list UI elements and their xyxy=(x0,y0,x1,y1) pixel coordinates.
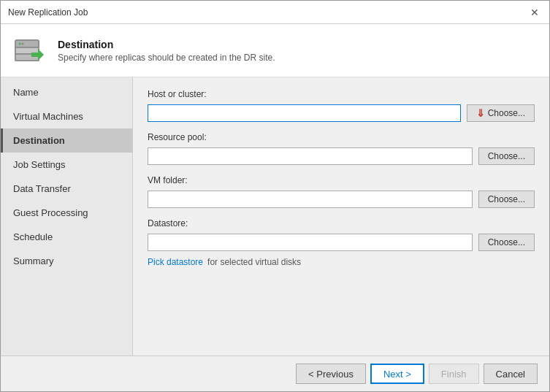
cancel-button[interactable]: Cancel xyxy=(484,364,538,384)
pick-datastore-row: Pick datastore for selected virtual disk… xyxy=(148,257,535,267)
svg-point-4 xyxy=(19,43,21,45)
sidebar-item-summary[interactable]: Summary xyxy=(1,249,132,273)
svg-marker-6 xyxy=(38,49,44,61)
datastore-choose-button[interactable]: Choose... xyxy=(478,234,535,251)
host-cluster-row: ⇓ Choose... xyxy=(148,104,535,122)
header-section: Destination Specify where replicas shoul… xyxy=(1,24,549,77)
pick-datastore-link[interactable]: Pick datastore xyxy=(148,257,203,267)
vm-folder-group: VM folder: Choose... xyxy=(148,175,535,208)
dialog-window: New Replication Job ✕ Destination Speci xyxy=(0,0,550,392)
title-bar: New Replication Job ✕ xyxy=(1,1,549,24)
host-cluster-group: Host or cluster: ⇓ Choose... xyxy=(148,89,535,122)
header-icon xyxy=(12,33,47,68)
host-cluster-label: Host or cluster: xyxy=(148,89,535,99)
vm-folder-label: VM folder: xyxy=(148,175,535,185)
sidebar-item-name[interactable]: Name xyxy=(1,80,132,104)
resource-pool-input[interactable] xyxy=(148,147,473,165)
datastore-input[interactable] xyxy=(148,234,473,251)
content-area: Host or cluster: ⇓ Choose... Resource po… xyxy=(133,77,549,356)
arrow-down-icon: ⇓ xyxy=(476,107,485,119)
dialog-title: New Replication Job xyxy=(8,7,88,18)
host-cluster-choose-button[interactable]: ⇓ Choose... xyxy=(467,104,535,122)
sidebar-item-data-transfer[interactable]: Data Transfer xyxy=(1,177,132,201)
next-button[interactable]: Next > xyxy=(370,364,424,384)
vm-folder-choose-button[interactable]: Choose... xyxy=(478,191,535,208)
footer: < Previous Next > Finish Cancel xyxy=(1,356,549,391)
sidebar-item-destination[interactable]: Destination xyxy=(1,128,132,153)
pick-datastore-desc: for selected virtual disks xyxy=(207,257,301,267)
svg-point-5 xyxy=(22,43,24,45)
host-cluster-input[interactable] xyxy=(148,104,461,122)
sidebar: Name Virtual Machines Destination Job Se… xyxy=(1,77,133,356)
previous-button[interactable]: < Previous xyxy=(296,364,366,384)
header-title: Destination xyxy=(58,39,275,50)
sidebar-item-schedule[interactable]: Schedule xyxy=(1,225,132,249)
finish-button[interactable]: Finish xyxy=(429,364,479,384)
datastore-row: Choose... xyxy=(148,234,535,251)
datastore-group: Datastore: Choose... Pick datastore for … xyxy=(148,218,535,267)
resource-pool-choose-button[interactable]: Choose... xyxy=(478,147,535,165)
header-subtitle: Specify where replicas should be created… xyxy=(58,53,275,63)
main-content: Name Virtual Machines Destination Job Se… xyxy=(1,77,549,356)
vm-folder-row: Choose... xyxy=(148,191,535,208)
header-text: Destination Specify where replicas shoul… xyxy=(58,39,275,63)
resource-pool-group: Resource pool: Choose... xyxy=(148,132,535,165)
sidebar-item-guest-processing[interactable]: Guest Processing xyxy=(1,201,132,225)
sidebar-item-virtual-machines[interactable]: Virtual Machines xyxy=(1,104,132,128)
vm-folder-input[interactable] xyxy=(148,191,473,208)
resource-pool-label: Resource pool: xyxy=(148,132,535,142)
sidebar-item-job-settings[interactable]: Job Settings xyxy=(1,153,132,177)
close-button[interactable]: ✕ xyxy=(527,7,542,18)
svg-rect-7 xyxy=(31,53,38,57)
resource-pool-row: Choose... xyxy=(148,147,535,165)
datastore-label: Datastore: xyxy=(148,218,535,228)
destination-icon xyxy=(12,33,47,68)
